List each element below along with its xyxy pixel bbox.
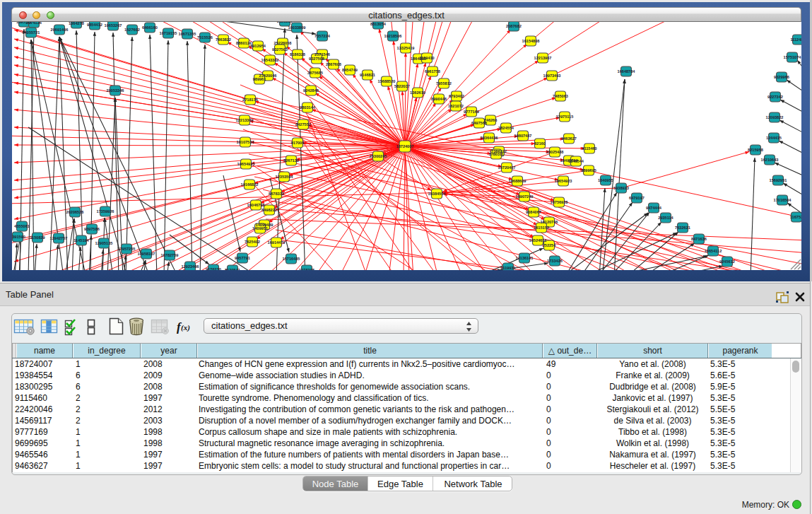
svg-text:15692951: 15692951	[770, 178, 787, 182]
svg-text:3675685: 3675685	[307, 71, 323, 75]
svg-text:16543382: 16543382	[261, 58, 279, 62]
svg-text:16524651: 16524651	[529, 238, 547, 243]
svg-text:8120541: 8120541	[225, 268, 240, 270]
svg-text:25300245: 25300245	[370, 154, 387, 158]
svg-text:20206526: 20206526	[66, 210, 84, 214]
svg-text:9119931: 9119931	[500, 266, 515, 270]
svg-text:20691406: 20691406	[51, 28, 69, 32]
svg-text:3824554: 3824554	[498, 126, 514, 130]
svg-text:5938923: 5938923	[613, 186, 629, 190]
svg-text:19218506: 19218506	[384, 34, 402, 38]
svg-text:12942757: 12942757	[50, 236, 68, 240]
svg-text:1615152: 1615152	[534, 226, 549, 230]
svg-text:252254: 252254	[543, 243, 557, 247]
svg-text:7663822: 7663822	[216, 37, 231, 42]
svg-text:7485063: 7485063	[553, 94, 568, 98]
svg-text:1527602: 1527602	[124, 28, 140, 32]
svg-text:7515526: 7515526	[197, 35, 213, 40]
svg-text:7357224: 7357224	[314, 34, 331, 38]
svg-text:2128331: 2128331	[277, 22, 293, 23]
svg-text:12353594: 12353594	[276, 175, 294, 179]
svg-text:8813054: 8813054	[370, 22, 387, 26]
svg-text:1733426: 1733426	[547, 259, 563, 263]
svg-text:12905135: 12905135	[95, 241, 113, 245]
svg-text:(x): (x)	[181, 323, 190, 332]
svg-text:10120746: 10120746	[541, 220, 558, 224]
svg-text:8454749: 8454749	[342, 68, 358, 72]
svg-text:10807487: 10807487	[514, 134, 532, 138]
svg-text:16154808: 16154808	[522, 39, 540, 43]
svg-text:10107534: 10107534	[237, 140, 255, 144]
svg-text:9242848: 9242848	[303, 88, 319, 93]
svg-text:1409951: 1409951	[252, 226, 268, 230]
svg-text:1849544: 1849544	[568, 159, 584, 163]
svg-text:8215958: 8215958	[748, 148, 763, 152]
svg-text:8498222: 8498222	[261, 208, 277, 212]
svg-text:9327503: 9327503	[272, 47, 288, 52]
svg-text:4391590: 4391590	[12, 235, 25, 239]
svg-text:15720407: 15720407	[498, 165, 516, 170]
svg-text:9854412: 9854412	[87, 23, 102, 27]
svg-text:1145194: 1145194	[73, 238, 89, 243]
svg-text:6793402: 6793402	[449, 94, 464, 98]
svg-text:9329966: 9329966	[774, 75, 789, 79]
svg-text:1078308: 1078308	[299, 268, 314, 270]
svg-text:9084067: 9084067	[526, 210, 541, 214]
svg-text:917006: 917006	[291, 141, 305, 145]
svg-text:8186328: 8186328	[290, 52, 305, 57]
svg-text:4555061: 4555061	[14, 224, 30, 228]
svg-text:10973493: 10973493	[543, 74, 561, 78]
svg-text:10025488: 10025488	[546, 150, 564, 154]
svg-text:1640955: 1640955	[598, 178, 613, 182]
svg-text:2718176: 2718176	[242, 98, 258, 102]
svg-text:1112480: 1112480	[790, 37, 801, 42]
svg-text:16046798: 16046798	[247, 203, 265, 207]
svg-text:19654923: 19654923	[555, 179, 572, 183]
svg-text:9457791: 9457791	[235, 256, 250, 260]
svg-text:8912954: 8912954	[250, 44, 266, 48]
svg-text:116753: 116753	[790, 215, 801, 219]
svg-text:16914479: 16914479	[268, 240, 286, 245]
svg-text:9176230: 9176230	[206, 267, 221, 270]
svg-text:17957255: 17957255	[118, 247, 136, 251]
svg-text:10654112: 10654112	[705, 249, 722, 253]
svg-text:5822037: 5822037	[394, 84, 410, 88]
svg-text:14055721: 14055721	[23, 30, 40, 35]
svg-text:9227342: 9227342	[767, 95, 783, 99]
svg-text:10688609: 10688609	[509, 179, 526, 183]
svg-text:6466160: 6466160	[142, 25, 158, 30]
svg-text:9474444: 9474444	[646, 206, 662, 210]
svg-text:8471636: 8471636	[691, 237, 707, 241]
svg-text:2074136: 2074136	[26, 22, 42, 25]
svg-text:2803144: 2803144	[300, 105, 316, 110]
svg-text:9146821: 9146821	[360, 73, 375, 77]
svg-text:1150829: 1150829	[30, 235, 45, 240]
svg-text:9899695: 9899695	[581, 168, 596, 173]
svg-text:1362619: 1362619	[410, 90, 425, 95]
svg-text:10719155: 10719155	[160, 31, 177, 35]
svg-text:15716485: 15716485	[283, 257, 300, 261]
svg-text:13325419: 13325419	[397, 46, 415, 50]
svg-text:989961: 989961	[253, 77, 266, 81]
svg-text:1244415: 1244415	[766, 136, 782, 140]
svg-text:12923466: 12923466	[182, 264, 199, 269]
svg-text:9463627: 9463627	[561, 136, 577, 141]
svg-text:12093822: 12093822	[766, 115, 784, 119]
svg-text:25226058: 25226058	[274, 41, 292, 45]
svg-text:18907249: 18907249	[516, 194, 534, 199]
svg-text:9397586: 9397586	[84, 227, 100, 231]
svg-text:20053346: 20053346	[107, 88, 124, 93]
svg-text:8427552: 8427552	[295, 122, 311, 127]
svg-text:2935114: 2935114	[658, 216, 673, 220]
svg-text:12213967: 12213967	[534, 56, 552, 60]
svg-text:16210643: 16210643	[761, 158, 779, 162]
svg-text:8990448: 8990448	[431, 97, 447, 101]
svg-text:16648784: 16648784	[618, 69, 636, 74]
svg-text:7632621: 7632621	[675, 226, 690, 230]
svg-text:15688520: 15688520	[378, 79, 396, 83]
svg-text:19166822: 19166822	[241, 182, 259, 187]
svg-text:19384554: 19384554	[428, 192, 447, 196]
svg-text:1064278: 1064278	[69, 22, 84, 25]
svg-text:6479197: 6479197	[629, 196, 645, 200]
svg-text:9115460: 9115460	[582, 146, 596, 151]
